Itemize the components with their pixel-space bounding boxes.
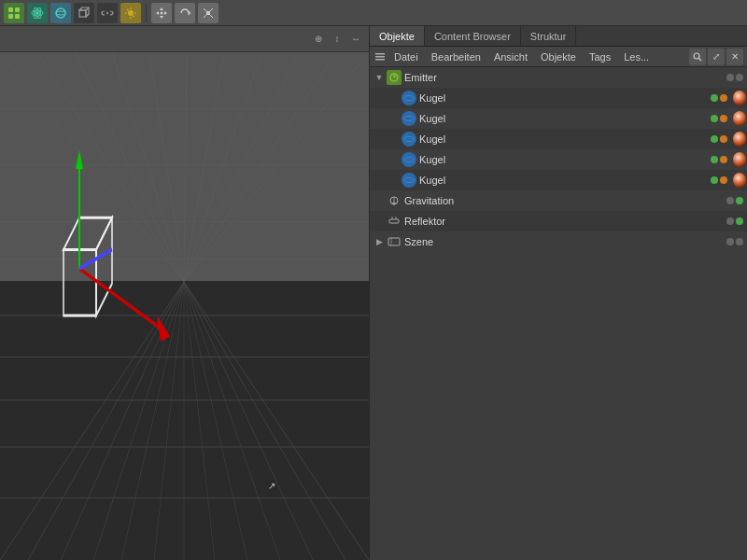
scale-icon[interactable] [198,3,218,23]
object-tree[interactable]: ▼ Emitter Kugel [370,67,747,560]
svg-line-46 [184,52,336,282]
expand-icon-gravitation [374,195,385,206]
kugel-5-label: Kugel [419,175,711,186]
tree-row-kugel-2[interactable]: Kugel [370,108,747,129]
right-panel: Objekte Content Browser Struktur Datei B… [369,26,747,560]
svg-line-44 [184,52,261,282]
svg-line-45 [184,52,299,282]
svg-point-87 [404,93,414,103]
svg-rect-81 [375,59,385,61]
tabs-row: Objekte Content Browser Struktur [370,26,747,47]
expand-icon-szene[interactable]: ▶ [374,236,385,247]
scene-icon [387,234,402,249]
tree-row-szene[interactable]: ▶ Szene [370,231,747,252]
tab-objekte[interactable]: Objekte [370,26,425,46]
texture-tag-3[interactable] [731,132,746,147]
close-button[interactable]: ✕ [726,49,743,65]
expand-icon-emitter[interactable]: ▼ [374,72,385,83]
chain-icon[interactable] [97,3,118,23]
svg-point-93 [404,155,414,164]
tree-row-kugel-4[interactable]: Kugel [370,149,747,170]
emitter-icon [387,70,402,85]
expand-icon-kugel3 [388,133,400,145]
viewport-icon-1[interactable]: ⊕ [311,32,326,47]
svg-line-34 [210,8,213,11]
svg-point-4 [35,11,39,15]
svg-point-91 [404,134,414,144]
svg-rect-99 [389,219,399,223]
dot-green-4 [711,156,718,163]
grid-icon[interactable] [4,3,24,23]
dot-orange-3 [720,135,727,143]
dot-orange-2 [720,115,727,122]
sphere-icon-5 [402,173,416,188]
svg-line-37 [0,52,184,282]
rotate-icon[interactable] [175,3,195,23]
menu-objekte[interactable]: Objekte [535,49,582,64]
tree-row-reflektor[interactable]: Reflektor [370,211,747,231]
tab-struktur[interactable]: Struktur [521,26,577,46]
svg-line-83 [699,58,702,61]
tree-row-emitter[interactable]: ▼ Emitter [370,67,747,88]
cube-icon[interactable] [74,3,94,23]
menu-bearbeiten[interactable]: Bearbeiten [426,49,486,64]
tree-row-kugel-1[interactable]: Kugel [370,88,747,108]
light-icon[interactable] [120,3,141,23]
expand-button[interactable]: ⤢ [708,49,725,65]
svg-rect-80 [375,56,385,58]
menu-tags[interactable]: Tags [584,49,616,64]
atom-icon[interactable] [27,3,48,23]
texture-tag-4[interactable] [731,152,746,167]
emitter-status [726,74,743,81]
menu-ansicht[interactable]: Ansicht [488,49,533,64]
menu-les[interactable]: Les... [618,49,655,64]
kugel-4-status [711,156,727,163]
menu-right-buttons: ⤢ ✕ [689,49,743,65]
toolbar-separator-1 [146,4,147,22]
viewport-icon-2[interactable]: ↕ [330,32,345,47]
svg-line-40 [112,52,184,282]
texture-tag-1[interactable] [731,91,746,105]
tree-row-kugel-5[interactable]: Kugel [370,170,747,190]
svg-line-41 [149,52,184,282]
dot-green-1 [711,94,718,102]
texture-tag-2[interactable] [731,111,746,126]
svg-point-82 [694,53,699,59]
gravitation-status [726,197,743,204]
dot-orange-5 [720,176,727,184]
viewport-grid [0,52,369,560]
svg-line-33 [204,8,206,11]
svg-marker-28 [156,11,159,15]
viewport-3d[interactable]: ⊕ ↕ ↔ [0,26,369,560]
svg-rect-102 [388,238,400,245]
tree-row-gravitation[interactable]: Gravitation [370,190,747,211]
dot-2 [736,74,743,81]
expand-icon-kugel2 [388,113,400,124]
sphere-icon-4 [402,152,416,167]
viewport-icon-3[interactable]: ↔ [348,32,363,47]
dot-ref-2 [736,217,743,225]
kugel-1-status [711,94,727,102]
tab-content-browser[interactable]: Content Browser [425,26,521,46]
search-button[interactable] [689,49,706,65]
szene-label: Szene [404,236,726,247]
tree-row-kugel-3[interactable]: Kugel [370,129,747,149]
svg-marker-26 [160,7,163,10]
menu-datei[interactable]: Datei [388,49,424,64]
sphere-icon-2 [402,111,416,126]
svg-point-19 [128,10,134,16]
move-icon[interactable] [151,3,172,23]
svg-line-24 [127,9,129,11]
tex-sphere-4 [733,152,746,167]
viewport-canvas[interactable]: ↗ [0,52,369,560]
svg-marker-27 [160,16,163,19]
svg-line-63 [184,282,345,560]
svg-line-61 [184,282,280,560]
szene-status [726,238,743,245]
svg-rect-2 [8,14,13,19]
texture-tag-5[interactable] [731,173,746,188]
kugel-4-label: Kugel [419,154,711,165]
expand-icon-kugel5 [388,175,400,186]
sphere-tool-icon[interactable] [50,3,71,23]
gravitation-label: Gravitation [404,195,726,206]
